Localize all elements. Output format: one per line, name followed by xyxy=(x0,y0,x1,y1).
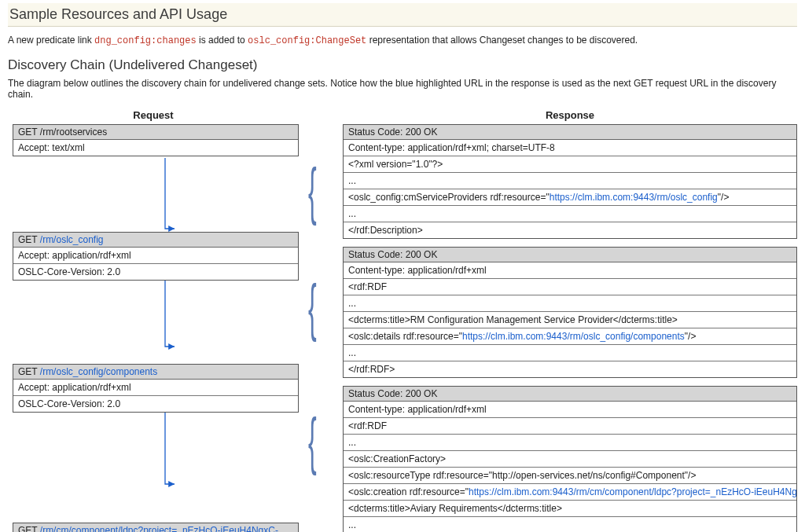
resp-row: <?xml version="1.0"?> xyxy=(344,156,796,173)
resp-row: </rdf:Description> xyxy=(344,222,796,238)
req-path: /rm/cm/component/ldpc?project=_nEzHcO-iE… xyxy=(18,525,278,532)
resp-row: <oslc:CreationFactory> xyxy=(344,451,796,468)
request-box-1: GET /rm/rootservices Accept: text/xml xyxy=(13,124,299,156)
request-header-2: GET /rm/oslc_config xyxy=(13,233,298,248)
req-method: GET xyxy=(18,127,40,138)
intro-suffix: representation that allows Changeset cha… xyxy=(366,35,638,46)
resp-row: ... xyxy=(344,206,796,222)
resp-status: Status Code: 200 OK xyxy=(344,125,796,140)
request-col-head: Request xyxy=(8,109,299,121)
req-method: GET xyxy=(18,525,40,532)
request-header-4: GET /rm/cm/component/ldpc?project=_nEzHc… xyxy=(13,523,298,532)
req-oslc: OSLC-Core-Version: 2.0 xyxy=(13,396,298,412)
req-accept: Accept: text/xml xyxy=(13,140,298,156)
resp-row: <oslc:resourceType rdf:resource="http://… xyxy=(344,468,796,484)
req-accept: Accept: application/rdf+xml xyxy=(13,248,298,264)
resp-row-url: https://clm.ibm.com:9443/rm/oslc_config xyxy=(550,192,718,203)
resp-row-url: https://clm.ibm.com:9443/rm/oslc_config/… xyxy=(462,331,685,342)
req-path: /rm/oslc_config/components xyxy=(40,366,157,377)
resp-row: <oslc_config:cmServiceProviders rdf:reso… xyxy=(344,189,796,206)
resp-row-pre: <oslc:creation rdf:resource=" xyxy=(348,486,469,497)
intro-code-1: dng_config:changes xyxy=(94,35,197,46)
resp-row: <rdf:RDF xyxy=(344,418,796,435)
response-box-1: Status Code: 200 OK Content-type: applic… xyxy=(343,124,797,239)
resp-row: <oslc:creation rdf:resource="https://clm… xyxy=(344,484,796,501)
intro-code-2: oslc_config:ChangeSet xyxy=(248,35,366,46)
resp-row: ... xyxy=(344,173,796,189)
request-box-2: GET /rm/oslc_config Accept: application/… xyxy=(13,232,299,281)
intro-mid: is added to xyxy=(197,35,248,46)
resp-status: Status Code: 200 OK xyxy=(344,248,796,262)
response-column: Response Status Code: 200 OK Content-typ… xyxy=(343,109,797,532)
description: The diagram below outlines the discovery… xyxy=(8,78,797,100)
resp-row: ... xyxy=(344,345,796,361)
page-title: Sample Resources and API Usage xyxy=(9,6,792,23)
req-accept: Accept: application/rdf+xml xyxy=(13,380,298,396)
request-box-4: GET /rm/cm/component/ldpc?project=_nEzHc… xyxy=(13,523,299,532)
resp-row: ... xyxy=(344,435,796,451)
request-header-3: GET /rm/oslc_config/components xyxy=(13,365,298,380)
resp-row-pre: <oslc:details rdf:resource=" xyxy=(348,331,462,342)
resp-row-post: "/> xyxy=(718,192,730,203)
resp-row: ... xyxy=(344,517,796,532)
request-box-3: GET /rm/oslc_config/components Accept: a… xyxy=(13,364,299,413)
request-header-1: GET /rm/rootservices xyxy=(13,125,298,140)
resp-row: <dcterms:title>RM Configuration Manageme… xyxy=(344,312,796,328)
subhead: Discovery Chain (Undelivered Changeset) xyxy=(8,57,797,73)
resp-row: ... xyxy=(344,295,796,312)
page-title-bar: Sample Resources and API Usage xyxy=(8,3,797,27)
resp-row-url: https://clm.ibm.com:9443/rm/cm/component… xyxy=(469,486,796,497)
req-method: GET xyxy=(18,366,40,377)
response-col-head: Response xyxy=(343,109,797,121)
resp-row: </rdf:RDF> xyxy=(344,361,796,377)
resp-row: <dcterms:title>Aviary Requirements</dcte… xyxy=(344,501,796,517)
resp-row-post: "/> xyxy=(685,331,697,342)
req-oslc: OSLC-Core-Version: 2.0 xyxy=(13,264,298,280)
resp-row: <oslc:details rdf:resource="https://clm.… xyxy=(344,328,796,345)
resp-ctype: Content-type: application/rdf+xml; chars… xyxy=(344,140,796,156)
resp-status: Status Code: 200 OK xyxy=(344,387,796,402)
req-path: /rm/rootservices xyxy=(40,127,107,138)
resp-row-pre: <oslc_config:cmServiceProviders rdf:reso… xyxy=(348,192,550,203)
intro-text: A new predicate link dng_config:changes … xyxy=(8,35,797,46)
request-column: Request GE xyxy=(8,109,299,532)
response-box-3: Status Code: 200 OK Content-type: applic… xyxy=(343,386,797,532)
intro-prefix: A new predicate link xyxy=(8,35,94,46)
req-method: GET xyxy=(18,234,40,245)
response-box-2: Status Code: 200 OK Content-type: applic… xyxy=(343,247,797,378)
resp-ctype: Content-type: application/rdf+xml xyxy=(344,402,796,418)
req-path: /rm/oslc_config xyxy=(40,234,104,245)
resp-ctype: Content-type: application/rdf+xml xyxy=(344,262,796,279)
resp-row: <rdf:RDF xyxy=(344,279,796,295)
